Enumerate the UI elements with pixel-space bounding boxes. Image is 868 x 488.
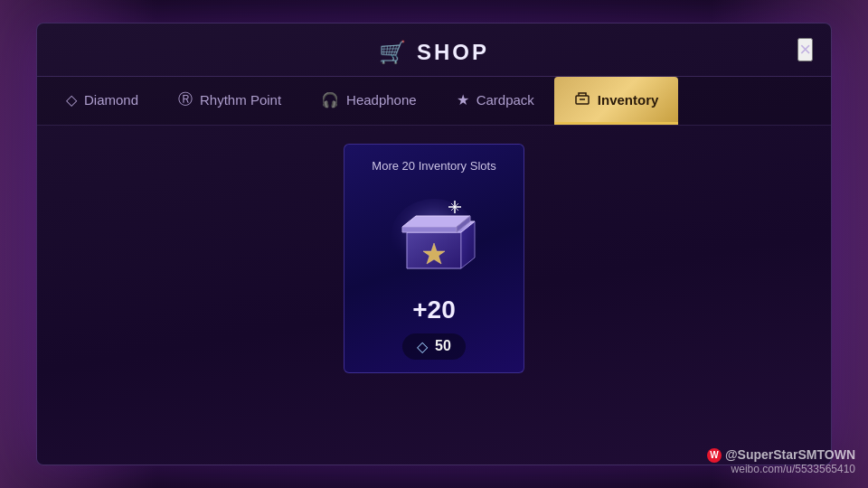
tab-rhythm-label: Rhythm Point	[200, 92, 281, 108]
tab-inventory-label: Inventory	[598, 92, 659, 108]
currency-icon: ◇	[417, 338, 428, 355]
tab-diamond-label: Diamond	[84, 92, 138, 108]
tab-cardpack[interactable]: ★ Cardpack	[437, 79, 554, 124]
tab-headphone[interactable]: 🎧 Headphone	[301, 79, 437, 124]
rhythm-icon: Ⓡ	[178, 90, 193, 109]
price-value: 50	[435, 338, 451, 354]
watermark-url: weibo.com/u/5533565410	[707, 463, 855, 475]
watermark-handle: W@SuperStarSMTOWN	[707, 447, 855, 463]
diamond-icon: ◇	[66, 91, 77, 108]
tab-diamond[interactable]: ◇ Diamond	[46, 79, 158, 124]
inventory-icon	[574, 89, 590, 109]
modal-content: More 20 Inventory Slots	[37, 126, 831, 465]
weibo-icon: W	[707, 448, 722, 463]
item-name: More 20 Inventory Slots	[372, 159, 495, 174]
shop-modal: 🛒 SHOP × ◇ Diamond Ⓡ Rhythm Point 🎧 Head…	[36, 23, 832, 465]
close-button[interactable]: ×	[797, 38, 813, 61]
tab-inventory[interactable]: Inventory	[554, 77, 679, 125]
title-group: 🛒 SHOP	[379, 40, 489, 65]
tab-cardpack-label: Cardpack	[476, 92, 534, 108]
watermark: W@SuperStarSMTOWN weibo.com/u/5533565410	[707, 447, 855, 475]
shop-title: SHOP	[417, 40, 489, 65]
price-row: ◇ 50	[402, 333, 466, 360]
tab-bar: ◇ Diamond Ⓡ Rhythm Point 🎧 Headphone ★ C…	[37, 77, 831, 126]
cardpack-icon: ★	[457, 91, 469, 108]
headphone-icon: 🎧	[321, 91, 339, 108]
item-card[interactable]: More 20 Inventory Slots	[344, 144, 524, 373]
svg-marker-7	[402, 227, 457, 232]
item-image	[384, 187, 484, 286]
cart-icon: 🛒	[379, 40, 406, 65]
tab-rhythm[interactable]: Ⓡ Rhythm Point	[158, 78, 301, 125]
item-amount: +20	[412, 296, 456, 324]
modal-header: 🛒 SHOP ×	[37, 23, 831, 77]
tab-headphone-label: Headphone	[346, 92, 417, 108]
